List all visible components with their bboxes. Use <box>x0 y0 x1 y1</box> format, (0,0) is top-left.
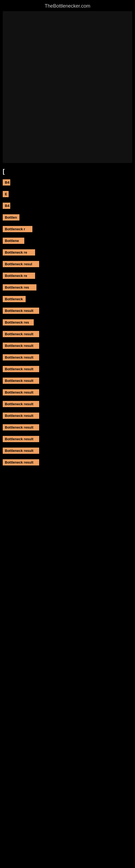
bottleneck-block-14: Bottleneck result <box>3 331 132 339</box>
bottleneck-block-13: Bottleneck res <box>3 319 132 327</box>
bottleneck-block-11: Bottleneck <box>3 296 132 304</box>
main-content: [ B4 E B4 Bottlen <box>0 163 135 479</box>
bottleneck-block-4: Bottlen <box>3 214 132 222</box>
bottleneck-label[interactable]: Bottlen <box>3 214 19 220</box>
bottleneck-label[interactable]: Bottleneck result <box>3 459 39 465</box>
bottleneck-label[interactable]: B4 <box>3 179 10 186</box>
bottleneck-block-24: Bottleneck result <box>3 447 132 456</box>
bottleneck-label[interactable]: Bottleneck result <box>3 436 39 442</box>
bottleneck-label[interactable]: Bottleneck result <box>3 447 39 454</box>
bottleneck-label[interactable]: E <box>3 191 9 197</box>
bottleneck-label[interactable]: B4 <box>3 203 10 209</box>
chart-inner <box>3 11 132 163</box>
bottleneck-block-9: Bottleneck re <box>3 273 132 280</box>
bottleneck-block-3: B4 <box>3 203 132 211</box>
bottleneck-label[interactable]: Bottleneck result <box>3 331 39 337</box>
bottleneck-label[interactable]: Bottleneck result <box>3 308 39 314</box>
bottleneck-label[interactable]: Bottleneck <box>3 296 26 302</box>
bottleneck-block-23: Bottleneck result <box>3 436 132 444</box>
page-wrapper: TheBottlenecker.com [ B4 E B4 <box>0 0 135 479</box>
bottleneck-block-21: Bottleneck result <box>3 412 132 421</box>
bottleneck-label[interactable]: Bottleneck result <box>3 401 39 407</box>
section-header: [ <box>3 168 132 175</box>
chart-area <box>3 11 132 163</box>
bottleneck-block-20: Bottleneck result <box>3 401 132 409</box>
bottleneck-block-10: Bottleneck res <box>3 284 132 292</box>
bottleneck-block-18: Bottleneck result <box>3 378 132 385</box>
site-title: TheBottlenecker.com <box>0 0 135 11</box>
bottleneck-block-16: Bottleneck result <box>3 354 132 362</box>
bottleneck-label[interactable]: Bottleneck res <box>3 319 34 326</box>
bottleneck-label[interactable]: Bottleneck result <box>3 389 39 396</box>
bottleneck-block-25: Bottleneck result <box>3 459 132 467</box>
bottleneck-block-7: Bottleneck re <box>3 249 132 257</box>
bottleneck-label[interactable]: Bottleneck re <box>3 249 35 255</box>
bottleneck-label[interactable]: Bottleneck result <box>3 366 39 372</box>
bottleneck-label[interactable]: Bottleneck r <box>3 226 32 232</box>
bottleneck-block-15: Bottleneck result <box>3 343 132 350</box>
bottleneck-label[interactable]: Bottleneck res <box>3 284 37 290</box>
bottleneck-label[interactable]: Bottleneck result <box>3 424 39 431</box>
bottleneck-block-22: Bottleneck result <box>3 424 132 432</box>
bottleneck-label[interactable]: Bottleneck result <box>3 354 39 361</box>
bottleneck-block-5: Bottleneck r <box>3 226 132 234</box>
bottleneck-label[interactable]: Bottleneck result <box>3 343 39 349</box>
bottleneck-label[interactable]: Bottlene <box>3 238 24 244</box>
bottleneck-block-17: Bottleneck result <box>3 366 132 374</box>
bottleneck-label[interactable]: Bottleneck result <box>3 412 39 419</box>
bottleneck-block-2: E <box>3 191 132 199</box>
bottleneck-block-6: Bottlene <box>3 238 132 246</box>
bottleneck-block-8: Bottleneck resul <box>3 261 132 269</box>
bottleneck-block-12: Bottleneck result <box>3 308 132 315</box>
bottleneck-label[interactable]: Bottleneck resul <box>3 261 39 267</box>
bottleneck-block-1: B4 <box>3 179 132 187</box>
bottleneck-label[interactable]: Bottleneck re <box>3 273 35 279</box>
bottleneck-block-19: Bottleneck result <box>3 389 132 397</box>
bottleneck-label[interactable]: Bottleneck result <box>3 378 39 384</box>
